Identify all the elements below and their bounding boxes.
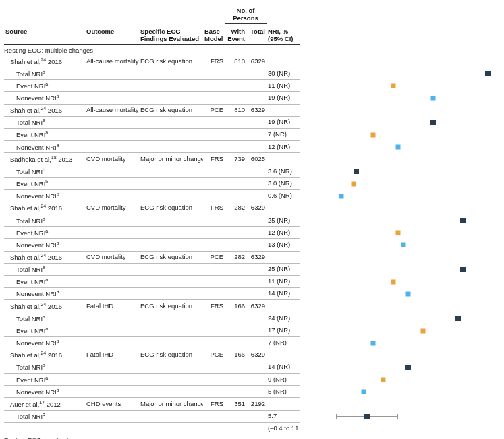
nri-row: Event NRIb3.0 (NR) <box>4 178 300 190</box>
forest-plot: -5051015202530 NRI, % (95% CI) <box>300 5 500 439</box>
plot-point <box>381 378 386 382</box>
col-withevent: With Event <box>225 26 246 44</box>
nri-row: Event NRIa7 (NR) <box>4 129 300 141</box>
plot-point <box>405 365 411 370</box>
nri-row: Nonevent NRIb0.6 (NR) <box>4 190 300 202</box>
plot-point <box>371 341 376 345</box>
plot-point <box>396 145 401 150</box>
plot-point <box>391 84 395 88</box>
nri-row: Total NRIc5.7 <box>4 411 300 423</box>
nri-row: (–0.4 to 11.8) <box>4 423 300 434</box>
no-of-persons-header: No. of Persons <box>225 5 267 24</box>
study-row: Badheka et al,18 2013CVD mortalityMajor … <box>4 153 300 165</box>
col-findings: Specific ECG Findings Evaluated <box>139 26 203 44</box>
study-row: Shah et al,24 2016Fatal IHDECG risk equa… <box>4 300 300 312</box>
nri-row: Total NRIa25 (NR) <box>4 214 300 227</box>
plot-point <box>371 133 376 138</box>
table-header: Source Outcome Specific ECG Findings Eva… <box>4 26 300 45</box>
nri-row: Nonevent NRIa19 (NR) <box>4 92 300 104</box>
study-row: Shah et al,24 2016All-cause mortalityECG… <box>4 55 300 67</box>
study-row: Shah et al,24 2016CVD mortalityECG risk … <box>4 252 300 264</box>
nri-row: Nonevent NRIa13 (NR) <box>4 239 300 251</box>
section-title: Resting ECG: multiple changes <box>4 45 300 55</box>
plot-point <box>401 243 405 247</box>
nri-row: Total NRIa14 (NR) <box>4 361 300 374</box>
nri-row: Nonevent NRIa14 (NR) <box>4 288 300 300</box>
nri-row: Nonevent NRIa12 (NR) <box>4 141 300 153</box>
plot-point <box>351 181 356 186</box>
plot-point <box>430 120 436 125</box>
plot-point <box>485 71 491 76</box>
plot-point <box>430 96 435 100</box>
nri-row: Event NRIa17 (NR) <box>4 324 300 336</box>
nri-row: Event NRIa12 (NR) <box>4 227 300 239</box>
col-total: Total <box>246 26 267 44</box>
study-row: Shah et al,24 2016CVD mortalityECG risk … <box>4 202 300 214</box>
nri-row: Nonevent NRIa5 (NR) <box>4 386 300 398</box>
study-row: Shah et al,24 2016Fatal IHDECG risk equa… <box>4 349 300 361</box>
nri-row: Total NRIa24 (NR) <box>4 312 300 324</box>
plot-point <box>455 316 461 321</box>
section-title: Resting ECG: single change <box>4 434 300 439</box>
plot-point <box>391 279 395 284</box>
study-row: Shah et al,24 2016All-cause mortalityECG… <box>4 105 300 117</box>
zero-line <box>339 32 339 439</box>
nri-row: Event NRIa9 (NR) <box>4 374 300 386</box>
plot-point <box>354 169 359 174</box>
plot-point <box>460 218 466 223</box>
forest-table: No. of Persons Source Outcome Specific E… <box>4 5 300 439</box>
nri-row: Event NRIa11 (NR) <box>4 276 300 288</box>
col-nri: NRI, % (95% CI) <box>267 26 300 44</box>
nri-row: Total NRIa19 (NR) <box>4 117 300 129</box>
nri-row: Nonevent NRIa7 (NR) <box>4 337 300 349</box>
nri-row: Total NRIb3.6 (NR) <box>4 165 300 177</box>
plot-point <box>406 292 411 297</box>
table-header-top: No. of Persons <box>4 5 300 26</box>
plot-point <box>364 414 370 419</box>
plot-point <box>339 194 344 198</box>
col-outcome: Outcome <box>85 26 139 44</box>
col-base: Base Model <box>203 26 225 44</box>
plot-point <box>396 231 401 235</box>
plot-point <box>361 390 366 394</box>
col-source: Source <box>4 26 85 44</box>
nri-row: Total NRIa30 (NR) <box>4 67 300 80</box>
nri-row: Event NRIa11 (NR) <box>4 80 300 92</box>
plot-point <box>460 267 466 272</box>
nri-row: Total NRIa25 (NR) <box>4 264 300 276</box>
plot-point <box>421 328 426 333</box>
study-row: Auer et al,17 2012CHD eventsMajor or min… <box>4 398 300 410</box>
